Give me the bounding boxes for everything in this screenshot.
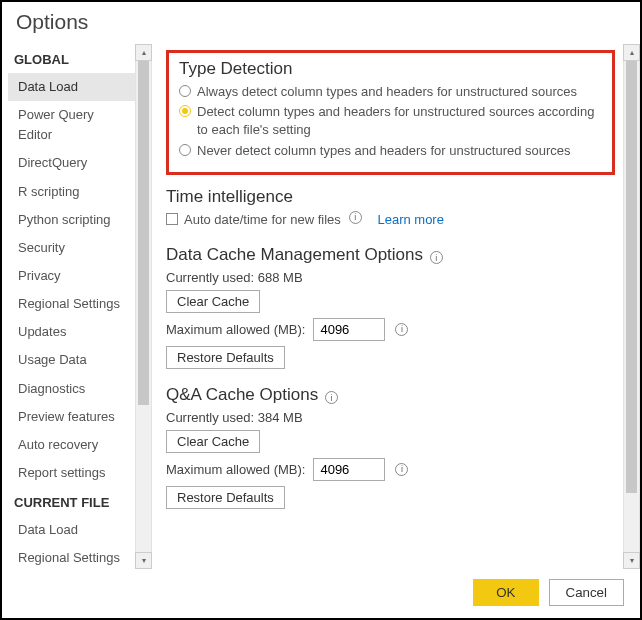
qa-cache-max-input[interactable] <box>313 458 385 481</box>
qa-clear-cache-button[interactable]: Clear Cache <box>166 430 260 453</box>
content: Type Detection Always detect column type… <box>152 44 623 569</box>
restore-defaults-button[interactable]: Restore Defaults <box>166 346 285 369</box>
section-qa-cache: Q&A Cache Options i Currently used: 384 … <box>166 385 615 509</box>
sidebar-item-label: R scripting <box>18 184 79 199</box>
radio-icon[interactable] <box>179 144 191 156</box>
info-icon[interactable]: i <box>395 463 408 476</box>
sidebar-list: GLOBAL Data Load Power Query Editor Dire… <box>8 44 135 569</box>
data-cache-used: Currently used: 688 MB <box>166 270 615 285</box>
sidebar-item-label: Preview features <box>18 409 115 424</box>
learn-more-link[interactable]: Learn more <box>377 211 443 229</box>
section-data-cache: Data Cache Management Options i Currentl… <box>166 245 615 369</box>
data-cache-max-row: Maximum allowed (MB): i <box>166 318 615 341</box>
qa-restore-defaults-button[interactable]: Restore Defaults <box>166 486 285 509</box>
dialog-body: GLOBAL Data Load Power Query Editor Dire… <box>2 44 640 569</box>
sidebar-item-usage-data[interactable]: Usage Data <box>8 346 135 374</box>
content-scrollbar[interactable]: ▴ ▾ <box>623 44 640 569</box>
info-icon[interactable]: i <box>325 391 338 404</box>
max-label: Maximum allowed (MB): <box>166 462 305 477</box>
ok-button[interactable]: OK <box>473 579 538 606</box>
section-header-current-file: CURRENT FILE <box>8 487 135 516</box>
radio-icon[interactable] <box>179 105 191 117</box>
sidebar-item-label: Usage Data <box>18 352 87 367</box>
scroll-up-icon[interactable]: ▴ <box>135 44 152 61</box>
scroll-down-icon[interactable]: ▾ <box>135 552 152 569</box>
info-icon[interactable]: i <box>349 211 362 224</box>
info-icon[interactable]: i <box>395 323 408 336</box>
sidebar-item-label: Power Query Editor <box>18 107 94 142</box>
max-label: Maximum allowed (MB): <box>166 322 305 337</box>
sidebar-item-directquery[interactable]: DirectQuery <box>8 149 135 177</box>
type-detection-always-row[interactable]: Always detect column types and headers f… <box>179 83 602 101</box>
sidebar-item-cf-regional-settings[interactable]: Regional Settings <box>8 544 135 569</box>
type-detection-perfile-row[interactable]: Detect column types and headers for unst… <box>179 103 602 139</box>
sidebar-item-python-scripting[interactable]: Python scripting <box>8 206 135 234</box>
type-detection-never-row[interactable]: Never detect column types and headers fo… <box>179 142 602 160</box>
qa-cache-max-row: Maximum allowed (MB): i <box>166 458 615 481</box>
sidebar-item-label: Data Load <box>18 522 78 537</box>
checkbox-label: Auto date/time for new files <box>184 211 341 229</box>
sidebar-item-label: Python scripting <box>18 212 111 227</box>
content-wrap: Type Detection Always detect column type… <box>152 44 640 569</box>
section-header-global: GLOBAL <box>8 44 135 73</box>
sidebar-scrollbar[interactable]: ▴ ▾ <box>135 44 152 569</box>
sidebar-item-label: Privacy <box>18 268 61 283</box>
sidebar-item-preview-features[interactable]: Preview features <box>8 403 135 431</box>
scroll-thumb[interactable] <box>626 61 637 493</box>
sidebar-item-label: Regional Settings <box>18 550 120 565</box>
sidebar-item-security[interactable]: Security <box>8 234 135 262</box>
radio-label: Detect column types and headers for unst… <box>197 103 602 139</box>
sidebar: GLOBAL Data Load Power Query Editor Dire… <box>2 44 152 569</box>
scroll-track[interactable] <box>135 61 152 552</box>
section-title-data-cache: Data Cache Management Options i <box>166 245 615 265</box>
sidebar-item-updates[interactable]: Updates <box>8 318 135 346</box>
sidebar-item-cf-data-load[interactable]: Data Load <box>8 516 135 544</box>
section-title-type-detection: Type Detection <box>179 59 602 79</box>
sidebar-item-label: Diagnostics <box>18 381 85 396</box>
sidebar-item-label: Security <box>18 240 65 255</box>
radio-label: Never detect column types and headers fo… <box>197 142 571 160</box>
checkbox-icon[interactable] <box>166 213 178 225</box>
scroll-down-icon[interactable]: ▾ <box>623 552 640 569</box>
cancel-button[interactable]: Cancel <box>549 579 625 606</box>
radio-label: Always detect column types and headers f… <box>197 83 577 101</box>
info-icon[interactable]: i <box>430 251 443 264</box>
sidebar-item-label: Regional Settings <box>18 296 120 311</box>
sidebar-item-regional-settings[interactable]: Regional Settings <box>8 290 135 318</box>
section-title-text: Q&A Cache Options <box>166 385 318 404</box>
sidebar-item-label: Data Load <box>18 79 78 94</box>
sidebar-item-power-query-editor[interactable]: Power Query Editor <box>8 101 135 149</box>
options-dialog: Options GLOBAL Data Load Power Query Edi… <box>2 2 640 618</box>
sidebar-item-label: DirectQuery <box>18 155 87 170</box>
dialog-title: Options <box>2 2 640 44</box>
dialog-footer: OK Cancel <box>2 569 640 618</box>
sidebar-item-label: Updates <box>18 324 66 339</box>
sidebar-item-privacy[interactable]: Privacy <box>8 262 135 290</box>
highlight-type-detection: Type Detection Always detect column type… <box>166 50 615 175</box>
clear-cache-button[interactable]: Clear Cache <box>166 290 260 313</box>
sidebar-item-label: Report settings <box>18 465 105 480</box>
qa-cache-used: Currently used: 384 MB <box>166 410 615 425</box>
section-title-time-intelligence: Time intelligence <box>166 187 615 207</box>
sidebar-item-label: Auto recovery <box>18 437 98 452</box>
sidebar-item-auto-recovery[interactable]: Auto recovery <box>8 431 135 459</box>
section-title-qa-cache: Q&A Cache Options i <box>166 385 615 405</box>
sidebar-item-r-scripting[interactable]: R scripting <box>8 178 135 206</box>
data-cache-max-input[interactable] <box>313 318 385 341</box>
scroll-up-icon[interactable]: ▴ <box>623 44 640 61</box>
section-title-text: Data Cache Management Options <box>166 245 423 264</box>
scroll-thumb[interactable] <box>138 61 149 405</box>
scroll-track[interactable] <box>623 61 640 552</box>
radio-icon[interactable] <box>179 85 191 97</box>
sidebar-item-diagnostics[interactable]: Diagnostics <box>8 375 135 403</box>
section-time-intelligence: Time intelligence Auto date/time for new… <box>166 187 615 229</box>
auto-date-time-row[interactable]: Auto date/time for new files i Learn mor… <box>166 211 615 229</box>
sidebar-item-report-settings[interactable]: Report settings <box>8 459 135 487</box>
sidebar-item-data-load[interactable]: Data Load <box>8 73 135 101</box>
